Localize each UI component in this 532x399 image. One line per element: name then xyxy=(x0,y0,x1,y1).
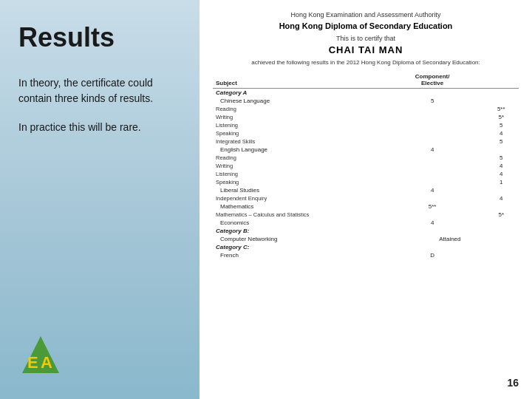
description-paragraph2: In practice this will be rare. xyxy=(18,120,181,135)
table-row: Liberal Studies 4 xyxy=(213,186,519,194)
english-listening-grade: 4 xyxy=(484,170,519,178)
table-row: Reading 5 xyxy=(213,154,519,162)
table-row: Speaking 4 xyxy=(213,129,519,137)
chinese-reading: Reading xyxy=(213,105,381,113)
liberal-overall-grade: 4 xyxy=(381,186,484,194)
table-row: English Language 4 xyxy=(213,146,519,154)
category-a-label: Category A xyxy=(213,89,381,98)
svg-text:A: A xyxy=(41,353,52,372)
english-speaking-grade: 1 xyxy=(484,178,519,186)
table-row: French D xyxy=(213,251,519,259)
table-row: Category B: xyxy=(213,227,519,235)
cert-student-name: CHAI TAI MAN xyxy=(213,44,519,55)
integrated-skills: Integrated Skills xyxy=(213,137,381,146)
chinese-writing: Writing xyxy=(213,113,381,121)
chinese-speaking: Speaking xyxy=(213,129,381,137)
speaking-grade: 4 xyxy=(484,129,519,137)
mathematics: Mathematics xyxy=(213,202,381,211)
english-writing: Writing xyxy=(213,162,381,170)
table-row: Chinese Language 5 xyxy=(213,97,519,105)
results-title: Results xyxy=(18,22,181,53)
description-paragraph1: In theory, the certificate could contain… xyxy=(18,75,181,106)
english-reading-grade: 5 xyxy=(484,154,519,162)
right-panel: Hong Kong Examination and Assessment Aut… xyxy=(200,0,532,399)
math-calculus: Mathematics – Calculus and Statistics xyxy=(213,211,381,219)
listening-grade: 5 xyxy=(484,121,519,129)
french-grade: D xyxy=(381,251,484,259)
reading-grade: 5** xyxy=(484,105,519,113)
table-row: Listening 5 xyxy=(213,121,519,129)
computer-networking-grade: Attained xyxy=(381,235,519,243)
page-number: 16 xyxy=(507,377,519,389)
cert-certify-text: This is to certify that xyxy=(213,35,519,42)
english-reading: Reading xyxy=(213,154,381,162)
french: French xyxy=(213,251,381,259)
cert-diploma-title: Hong Kong Diploma of Secondary Education xyxy=(213,21,519,30)
table-row: Speaking 1 xyxy=(213,178,519,186)
math-overall-grade: 5** xyxy=(381,202,484,211)
category-c-label: Category C: xyxy=(213,243,381,251)
table-row: Writing 4 xyxy=(213,162,519,170)
results-table: Subject Component/Elective Category A Ch… xyxy=(213,72,519,259)
table-row: Listening 4 xyxy=(213,170,519,178)
economics-grade: 4 xyxy=(381,219,484,227)
writing-grade: 5* xyxy=(484,113,519,121)
independent-enquiry-grade: 4 xyxy=(484,194,519,202)
computer-networking: Computer Networking xyxy=(213,235,381,243)
liberal-studies: Liberal Studies xyxy=(213,186,381,194)
english-speaking: Speaking xyxy=(213,178,381,186)
col-empty-header xyxy=(484,72,519,89)
table-row: Category C: xyxy=(213,243,519,251)
table-row: Economics 4 xyxy=(213,219,519,227)
table-row: Mathematics – Calculus and Statistics 5* xyxy=(213,211,519,219)
table-row: Category A xyxy=(213,89,519,98)
table-row: Reading 5** xyxy=(213,105,519,113)
col-grade-header: Component/Elective xyxy=(381,72,484,89)
independent-enquiry: Independent Enquiry xyxy=(213,194,381,202)
cert-achieved-text: achieved the following results in the 20… xyxy=(213,59,519,66)
table-row: Integrated Skills 5 xyxy=(213,137,519,146)
chinese-listening: Listening xyxy=(213,121,381,129)
category-b-label: Category B: xyxy=(213,227,381,235)
ea-logo-icon: E A xyxy=(18,332,63,377)
left-content: Results In theory, the certificate could… xyxy=(18,22,181,332)
math-calculus-grade: 5* xyxy=(484,211,519,219)
logo-area: E A xyxy=(18,332,181,384)
chinese-language: Chinese Language xyxy=(213,97,381,105)
table-row: Independent Enquiry 4 xyxy=(213,194,519,202)
english-listening: Listening xyxy=(213,170,381,178)
english-writing-grade: 4 xyxy=(484,162,519,170)
svg-text:E: E xyxy=(27,353,38,372)
chinese-overall-grade: 5 xyxy=(381,97,484,105)
integrated-grade: 5 xyxy=(484,137,519,146)
cert-authority: Hong Kong Examination and Assessment Aut… xyxy=(213,11,519,18)
col-subject-header: Subject xyxy=(213,72,381,89)
economics: Economics xyxy=(213,219,381,227)
left-panel: Results In theory, the certificate could… xyxy=(0,0,200,399)
english-overall-grade: 4 xyxy=(381,146,484,154)
table-row: Mathematics 5** xyxy=(213,202,519,211)
table-row: Computer Networking Attained xyxy=(213,235,519,243)
english-language: English Language xyxy=(213,146,381,154)
table-row: Writing 5* xyxy=(213,113,519,121)
